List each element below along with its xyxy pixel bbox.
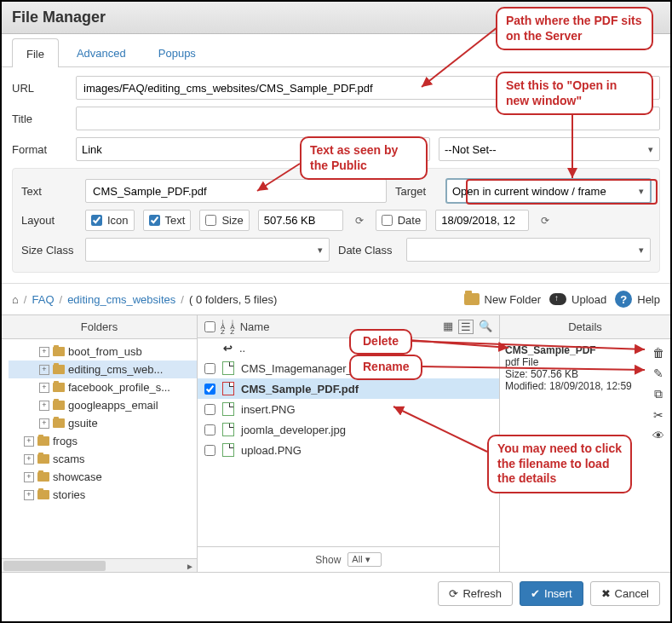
details-filename: CMS_Sample_PDF	[505, 344, 648, 356]
file-checkbox[interactable]	[204, 424, 215, 436]
file-row[interactable]: CMS_Sample_PDF.pdf	[198, 378, 499, 399]
help-icon: ?	[615, 291, 632, 308]
date-checkbox-group[interactable]: Date	[376, 210, 427, 231]
breadcrumb-sub[interactable]: editing_cms_websites	[67, 293, 175, 306]
sizeclass-select[interactable]	[85, 238, 330, 262]
folder-tree-item[interactable]: +stories	[9, 486, 197, 504]
folder-tree[interactable]: +boot_from_usb+editing_cms_web...+facebo…	[2, 339, 197, 558]
files-list[interactable]: ↩ .. CMS_Imagemanager_step1.jpgCMS_Sampl…	[198, 338, 499, 546]
expand-icon[interactable]: +	[24, 454, 34, 464]
cut-icon[interactable]: ✂	[652, 408, 665, 422]
folder-tree-item[interactable]: +editing_cms_web...	[9, 361, 197, 378]
refresh-button[interactable]: ⟳Refresh	[438, 581, 513, 606]
search-icon[interactable]: 🔍	[479, 320, 492, 334]
size-checkbox-label: Size	[221, 214, 243, 227]
date-value-input[interactable]	[435, 210, 529, 231]
tab-advanced[interactable]: Advanced	[62, 37, 141, 66]
expand-icon[interactable]: +	[24, 490, 34, 500]
show-label: Show	[315, 554, 341, 566]
folder-tree-item[interactable]: +frogs	[9, 432, 197, 450]
folder-label: scams	[53, 453, 85, 465]
folder-tree-item[interactable]: +gsuite	[9, 414, 197, 432]
sort-name-button[interactable]: ↓AZ	[230, 319, 234, 334]
folder-icon	[37, 490, 49, 499]
select-all-checkbox[interactable]	[204, 321, 215, 332]
file-row[interactable]: insert.PNG	[198, 399, 499, 419]
format-select[interactable]	[76, 137, 430, 161]
text-input[interactable]	[85, 179, 387, 203]
folder-tree-item[interactable]: +scams	[9, 450, 197, 468]
scroll-right-icon[interactable]: ►	[183, 559, 197, 573]
folder-tree-item[interactable]: +boot_from_usb	[9, 343, 197, 361]
breadcrumb-count: ( 0 folders, 5 files)	[189, 293, 277, 306]
date-refresh-icon[interactable]: ⟳	[537, 215, 553, 227]
preview-icon[interactable]: 👁	[652, 429, 665, 442]
sort-ext-button[interactable]: ↓AZ	[221, 319, 225, 334]
icon-checkbox-group[interactable]: Icon	[85, 210, 135, 231]
file-type-icon	[222, 423, 234, 436]
format-label: Format	[12, 143, 67, 156]
expand-icon[interactable]: +	[39, 418, 49, 429]
parent-dir-row[interactable]: ↩ ..	[198, 338, 499, 358]
refresh-icon: ⟳	[449, 587, 458, 600]
folder-tree-item[interactable]: +facebook_profile_s...	[9, 378, 197, 396]
tab-file[interactable]: File	[12, 38, 59, 67]
layout-label: Layout	[21, 214, 77, 227]
expand-icon[interactable]: +	[39, 365, 49, 375]
details-pane: Details CMS_Sample_PDF pdf File Size: 50…	[500, 315, 670, 572]
grid-view-icon[interactable]: ▦	[443, 320, 453, 334]
format-notset-select[interactable]	[439, 137, 660, 161]
tab-popups[interactable]: Popups	[144, 37, 210, 66]
text-checkbox-group[interactable]: Text	[143, 210, 192, 231]
folder-tree-item[interactable]: +googleapps_email	[9, 396, 197, 414]
expand-icon[interactable]: +	[39, 347, 49, 357]
folder-icon	[37, 436, 49, 446]
new-folder-button[interactable]: New Folder	[464, 293, 541, 306]
help-button[interactable]: ?Help	[615, 291, 660, 308]
size-checkbox-group[interactable]: Size	[199, 210, 249, 231]
delete-icon[interactable]: 🗑	[652, 346, 665, 360]
folder-tree-item[interactable]: +showcase	[9, 468, 197, 486]
file-name: CMS_Imagemanager_step1.jpg	[241, 362, 398, 375]
file-row[interactable]: joomla_developer.jpg	[198, 419, 499, 440]
file-name: joomla_developer.jpg	[241, 424, 346, 436]
folders-hscrollbar[interactable]: ◄ ►	[2, 558, 197, 572]
target-select[interactable]	[446, 179, 651, 203]
list-view-icon[interactable]: ☰	[458, 320, 474, 334]
expand-icon[interactable]: +	[39, 383, 49, 393]
insert-button[interactable]: ✔Insert	[520, 581, 583, 606]
upload-button[interactable]: Upload	[549, 293, 606, 306]
file-row[interactable]: upload.PNG	[198, 440, 499, 460]
home-icon[interactable]: ⌂	[12, 293, 19, 306]
file-checkbox[interactable]	[204, 445, 215, 456]
size-refresh-icon[interactable]: ⟳	[352, 215, 367, 227]
size-checkbox[interactable]	[205, 215, 216, 226]
icon-checkbox[interactable]	[91, 215, 102, 226]
breadcrumb-faq[interactable]: FAQ	[32, 293, 54, 306]
expand-icon[interactable]: +	[39, 401, 49, 411]
file-checkbox[interactable]	[204, 404, 215, 415]
cancel-button[interactable]: ✖Cancel	[590, 581, 660, 606]
file-checkbox[interactable]	[204, 384, 215, 395]
size-value-input[interactable]	[258, 210, 343, 231]
folder-label: googleapps_email	[68, 399, 158, 412]
browser-toolbar: ⌂ / FAQ / editing_cms_websites / ( 0 fol…	[2, 283, 670, 314]
expand-icon[interactable]: +	[24, 472, 34, 482]
folder-icon	[53, 401, 65, 410]
details-header: Details	[500, 315, 670, 339]
file-row[interactable]: CMS_Imagemanager_step1.jpg	[198, 358, 499, 378]
text-checkbox[interactable]	[149, 215, 160, 226]
date-checkbox[interactable]	[382, 215, 393, 226]
parent-dir-label: ..	[239, 342, 245, 355]
files-footer: Show All ▾	[198, 546, 499, 572]
url-input[interactable]	[76, 76, 660, 100]
copy-icon[interactable]: ⧉	[652, 387, 665, 401]
show-filter-select[interactable]: All ▾	[347, 552, 381, 567]
details-size: Size: 507.56 KB	[505, 368, 648, 380]
title-input[interactable]	[76, 107, 660, 130]
scroll-thumb[interactable]	[3, 561, 106, 571]
expand-icon[interactable]: +	[24, 436, 34, 447]
rename-icon[interactable]: ✎	[652, 366, 665, 380]
file-checkbox[interactable]	[204, 363, 215, 374]
dateclass-select[interactable]	[406, 238, 651, 262]
